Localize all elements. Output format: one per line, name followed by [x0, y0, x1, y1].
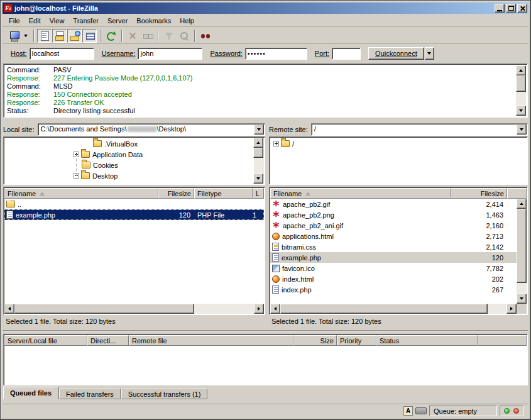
toggle-remote-tree-button[interactable]	[67, 29, 82, 43]
scroll-down-button[interactable]	[517, 294, 527, 304]
divider	[3, 330, 528, 331]
file-row[interactable]: index.html202	[270, 274, 517, 284]
column-header[interactable]: Remote file	[129, 335, 293, 346]
scroll-right-button[interactable]	[254, 304, 264, 314]
menu-transfer[interactable]: Transfer	[68, 15, 103, 26]
scrollbar-thumb[interactable]	[253, 148, 263, 158]
file-row[interactable]: favicon.ico7,782	[270, 263, 517, 274]
directory-filters-button	[161, 29, 176, 43]
close-button[interactable]	[517, 4, 527, 13]
file-row[interactable]: index.php267	[270, 284, 517, 295]
tab-failed-transfers[interactable]: Failed transfers	[59, 389, 121, 399]
column-header[interactable]: Filename	[270, 188, 451, 199]
tree-item[interactable]: Application Data	[4, 149, 253, 160]
refresh-button[interactable]	[104, 29, 118, 43]
folder-icon	[81, 151, 90, 158]
local-site-dropdown[interactable]	[254, 124, 264, 135]
file-name: apache_pb2.gif	[283, 201, 330, 208]
site-manager-button[interactable]	[7, 29, 21, 43]
port-input[interactable]	[332, 48, 361, 60]
log-line: Response:227 Entering Passive Mode (127,…	[7, 74, 513, 82]
menu-bookmarks[interactable]: Bookmarks	[132, 15, 175, 26]
quickconnect-dropdown[interactable]	[425, 47, 434, 60]
tree-item[interactable]: /	[270, 138, 527, 149]
file-name-cell: apache_pb2.png	[270, 211, 451, 219]
local-directory-tree: .VirtualBoxApplication DataCookiesDeskto…	[3, 136, 265, 185]
column-header[interactable]: Status	[376, 335, 478, 346]
find-files-button[interactable]	[198, 29, 212, 43]
file-row[interactable]: ..	[4, 199, 264, 209]
remote-site-combo[interactable]: /	[311, 123, 528, 136]
local-site-combo[interactable]: C:\Documents and Settings\\Desktop\	[38, 123, 265, 136]
file-name-cell: apache_pb2_ani.gif	[270, 221, 451, 230]
encryption-indicator-icon	[415, 407, 427, 414]
host-input[interactable]	[30, 48, 94, 60]
column-header[interactable]: Filesize	[158, 188, 194, 199]
column-header[interactable]: Size	[293, 335, 337, 346]
toggle-transfer-queue-button[interactable]	[82, 29, 97, 43]
scrollbar-thumb[interactable]	[516, 75, 526, 92]
file-row[interactable]: example.php120	[270, 252, 517, 263]
menu-help[interactable]: Help	[175, 15, 199, 26]
quickconnect-button[interactable]: Quickconnect	[368, 47, 424, 60]
scroll-left-button[interactable]	[4, 304, 14, 314]
local-horizontal-scrollbar[interactable]	[4, 304, 264, 314]
scroll-up-button[interactable]	[517, 199, 527, 209]
expander-plus-icon[interactable]	[273, 141, 279, 146]
file-row[interactable]: apache_pb2.gif2,414	[270, 199, 517, 209]
folder-icon	[6, 201, 15, 207]
local-site-label: Local site:	[3, 126, 35, 133]
scrollbar-thumb[interactable]	[14, 304, 194, 314]
tab-queued-files[interactable]: Queued files	[3, 387, 58, 399]
file-row[interactable]: apache_pb2_ani.gif2,160	[270, 220, 517, 231]
toggle-local-tree-button[interactable]	[52, 29, 67, 43]
tree-item[interactable]: .VirtualBox	[4, 138, 253, 149]
minimize-button[interactable]	[495, 4, 505, 13]
local-tree-scrollbar[interactable]	[254, 138, 264, 184]
toggle-message-log-button[interactable]	[37, 29, 52, 43]
scroll-down-button[interactable]	[253, 174, 263, 184]
remote-site-dropdown[interactable]	[517, 124, 527, 135]
password-input[interactable]	[245, 48, 307, 60]
queue-status: Queue: empty	[429, 406, 497, 416]
column-header[interactable]: Directi...	[87, 335, 129, 346]
remote-vertical-scrollbar[interactable]	[517, 199, 527, 304]
file-row[interactable]: example.php120PHP File1	[4, 209, 264, 220]
scroll-up-button[interactable]	[516, 65, 526, 75]
scroll-left-button[interactable]	[270, 304, 280, 314]
arrow-right-icon	[510, 307, 513, 311]
quickconnect-bar: Host: Username: Password: Port: Quickcon…	[3, 45, 528, 62]
username-input[interactable]	[138, 48, 202, 60]
menu-edit[interactable]: Edit	[25, 15, 45, 26]
scroll-down-button[interactable]	[516, 106, 526, 116]
file-row[interactable]: bitnami.css2,142	[270, 241, 517, 252]
site-manager-dropdown[interactable]	[22, 29, 30, 43]
log-message: PASV	[53, 66, 72, 74]
column-header[interactable]: Filename	[4, 188, 158, 199]
remote-horizontal-scrollbar[interactable]	[270, 304, 517, 314]
file-row[interactable]: applications.html2,713	[270, 231, 517, 241]
scrollbar-thumb[interactable]	[517, 209, 527, 283]
file-name-cell: apache_pb2.gif	[270, 200, 451, 209]
toggle-remote-tree-icon	[70, 31, 80, 41]
column-header[interactable]: L	[253, 188, 264, 199]
column-header[interactable]: Server/Local file	[4, 335, 87, 346]
column-header[interactable]: Priority	[337, 335, 376, 346]
tab-successful-transfers-1[interactable]: Successful transfers (1)	[121, 389, 208, 399]
scroll-up-button[interactable]	[253, 138, 263, 148]
maximize-button[interactable]	[506, 4, 516, 13]
log-scrollbar[interactable]	[516, 65, 526, 116]
column-header[interactable]: Filetype	[194, 188, 253, 199]
menu-server[interactable]: Server	[103, 15, 132, 26]
tree-item[interactable]: Cookies	[4, 160, 253, 170]
column-header[interactable]: Filesize	[451, 188, 507, 199]
file-row[interactable]: apache_pb2.png1,463	[270, 209, 517, 220]
tree-item[interactable]: Desktop	[4, 170, 253, 181]
site-manager-icon	[9, 31, 19, 41]
scroll-right-button[interactable]	[506, 304, 517, 314]
menu-file[interactable]: File	[4, 15, 25, 26]
scrollbar-thumb[interactable]	[280, 304, 488, 314]
menu-view[interactable]: View	[45, 15, 69, 26]
titlebar[interactable]: Fz john@localhost - FileZilla	[3, 3, 528, 14]
folder-icon	[281, 140, 290, 147]
